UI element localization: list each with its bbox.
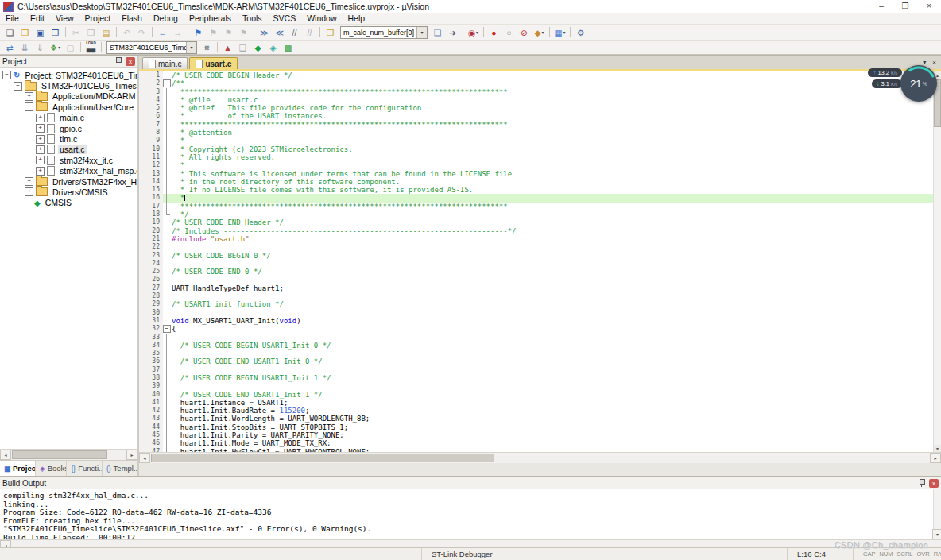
- code-line-20[interactable]: 20/* Includes --------------------------…: [139, 227, 933, 235]
- tree-item-main-c[interactable]: +main.c: [0, 113, 137, 123]
- code-line-30[interactable]: 30: [139, 309, 933, 317]
- panel-tab-functi[interactable]: {}Functi...: [67, 461, 103, 476]
- panel-tab-books[interactable]: ◈Books: [36, 461, 67, 476]
- editor-vertical-scrollbar[interactable]: ▴ ▾: [933, 71, 941, 452]
- code-line-36[interactable]: 36 /* USER CODE END USART1_Init 0 */: [139, 357, 933, 365]
- code-line-31[interactable]: 31void MX_USART1_UART_Init(void): [139, 317, 933, 325]
- build-button[interactable]: ⇊: [18, 41, 32, 53]
- code-line-39[interactable]: 39: [139, 382, 933, 390]
- code-line-16[interactable]: 16 *: [139, 194, 933, 202]
- tree-item-application-mdk-arm[interactable]: +Application/MDK-ARM: [0, 91, 137, 102]
- collapse-icon[interactable]: −: [14, 82, 22, 91]
- panel-tab-templ[interactable]: ()Templ...: [103, 461, 137, 476]
- code-line-41[interactable]: 41 huart1.Instance = USART1;: [139, 399, 933, 407]
- scrollbar-thumb[interactable]: [12, 450, 107, 459]
- browse-info-button[interactable]: ➔: [446, 26, 459, 38]
- code-lines[interactable]: 1/* USER CODE BEGIN Header */2/**3 *****…: [139, 71, 933, 452]
- insert-breakpoint-button[interactable]: ●: [487, 26, 501, 38]
- code-line-9[interactable]: 9 *: [139, 137, 933, 145]
- code-line-12[interactable]: 12 *: [139, 161, 933, 169]
- stop-build-button[interactable]: ▢: [64, 41, 77, 53]
- batch-build-button[interactable]: ❖▾: [48, 41, 62, 53]
- code-line-28[interactable]: 28: [139, 292, 933, 300]
- menu-svcs[interactable]: SVCS: [268, 14, 302, 23]
- navigate-back-button[interactable]: ←: [156, 26, 169, 38]
- combo-dropdown-icon[interactable]: ▾: [416, 27, 427, 38]
- scroll-down-icon[interactable]: ▾: [932, 529, 941, 539]
- expand-icon[interactable]: +: [36, 145, 45, 154]
- scrollbar-thumb[interactable]: [151, 454, 494, 462]
- kill-breakpoints-button[interactable]: ⊘: [517, 26, 531, 38]
- maximize-button[interactable]: ❐: [893, 0, 917, 13]
- tree-item-stm32f4xx-it-c[interactable]: +stm32f4xx_it.c: [0, 155, 137, 165]
- scroll-right-icon[interactable]: ▸: [126, 450, 137, 460]
- redo-button[interactable]: ↷: [135, 26, 149, 38]
- minimize-button[interactable]: –: [869, 0, 893, 13]
- code-line-37[interactable]: 37: [139, 366, 933, 374]
- code-line-23[interactable]: 23/* USER CODE BEGIN 0 */: [139, 252, 933, 260]
- dropdown-arrow-icon[interactable]: ▾: [542, 29, 544, 35]
- dropdown-arrow-icon[interactable]: ▾: [58, 44, 60, 50]
- download-button[interactable]: LOAD▄▄: [84, 41, 98, 53]
- expand-icon[interactable]: +: [36, 156, 45, 164]
- scroll-right-icon[interactable]: ▸: [930, 453, 941, 463]
- code-line-45[interactable]: 45 huart1.Init.Parity = UART_PARITY_NONE…: [139, 431, 933, 439]
- search-button[interactable]: ◉▾: [467, 26, 480, 38]
- code-line-26[interactable]: 26: [139, 276, 933, 284]
- code-line-10[interactable]: 10 * Copyright (c) 2023 STMicroelectroni…: [139, 145, 933, 153]
- dropdown-arrow-icon[interactable]: ▾: [563, 29, 565, 35]
- close-button[interactable]: ×: [917, 0, 941, 13]
- file-extensions-button[interactable]: ❑: [236, 41, 250, 53]
- tree-item-stm32f401ceu6-timeslice[interactable]: −STM32F401CEU6_Timeslice: [0, 80, 137, 91]
- tree-item-drivers-stm32f4xx-hal-driver[interactable]: +Drivers/STM32F4xx_HAL_Driver: [0, 176, 137, 187]
- navigate-forward-button[interactable]: →: [171, 26, 184, 38]
- code-line-24[interactable]: 24: [139, 260, 933, 268]
- menu-edit[interactable]: Edit: [25, 14, 50, 23]
- project-panel-close-icon[interactable]: x: [126, 57, 135, 66]
- translate-file-button[interactable]: ⇄: [3, 41, 17, 53]
- code-line-21[interactable]: 21#include "usart.h": [139, 235, 933, 243]
- prev-bookmark-button[interactable]: ⚑: [207, 26, 220, 38]
- breakpoint-options-button[interactable]: ◆▾: [532, 26, 546, 38]
- fold-collapse-icon[interactable]: [163, 79, 172, 87]
- menu-project[interactable]: Project: [79, 14, 117, 23]
- tree-item-usart-c[interactable]: +usart.c: [0, 145, 137, 155]
- progress-circle[interactable]: 21 %: [900, 65, 937, 102]
- menu-tools[interactable]: Tools: [237, 14, 268, 23]
- next-bookmark-button[interactable]: ⚑: [222, 26, 235, 38]
- open-file-button[interactable]: ❐: [18, 26, 32, 38]
- code-line-4[interactable]: 4 * @file usart.c: [139, 96, 933, 104]
- target-select-combo[interactable]: STM32F401CEU6_Timesli▾: [106, 41, 197, 54]
- select-software-packs-button[interactable]: ◈: [266, 41, 280, 53]
- expand-icon[interactable]: +: [36, 167, 45, 176]
- collapse-icon[interactable]: −: [25, 102, 33, 111]
- code-line-15[interactable]: 15 * If no LICENSE file comes with this …: [139, 186, 933, 194]
- watch-expression-combo[interactable]: m_calc_num_buffer[0]▾: [340, 26, 428, 39]
- collapse-icon[interactable]: −: [2, 71, 11, 79]
- code-line-19[interactable]: 19/* USER CODE END Header */: [139, 218, 933, 226]
- code-line-1[interactable]: 1/* USER CODE BEGIN Header */: [139, 71, 933, 79]
- doc-tab-usart-c[interactable]: usart.c: [189, 57, 238, 69]
- expand-icon[interactable]: +: [25, 92, 33, 101]
- expand-icon[interactable]: +: [25, 177, 33, 186]
- scroll-left-icon[interactable]: ◂: [0, 450, 11, 460]
- window-layout-button[interactable]: ▦▾: [553, 26, 567, 38]
- code-line-33[interactable]: 33: [139, 334, 933, 342]
- code-line-32[interactable]: 32{: [139, 325, 933, 333]
- outdent-button[interactable]: ≪: [273, 26, 286, 38]
- manage-rte-button[interactable]: ◆: [251, 41, 265, 53]
- options-for-target-button[interactable]: ✵: [200, 41, 214, 53]
- build-output-close-icon[interactable]: x: [929, 479, 939, 488]
- menu-flash[interactable]: Flash: [116, 14, 148, 23]
- save-all-button[interactable]: ❒: [48, 26, 62, 38]
- code-line-8[interactable]: 8 * @attention: [139, 129, 933, 137]
- find-in-files-button[interactable]: ❐: [323, 26, 337, 38]
- combo-dropdown-icon[interactable]: ▾: [186, 42, 196, 53]
- clear-bookmarks-button[interactable]: ⚑: [237, 26, 250, 38]
- tree-item-tim-c[interactable]: +tim.c: [0, 133, 137, 144]
- menu-file[interactable]: File: [0, 14, 25, 23]
- code-line-43[interactable]: 43 huart1.Init.WordLength = UART_WORDLEN…: [139, 415, 933, 423]
- code-line-44[interactable]: 44 huart1.Init.StopBits = UART_STOPBITS_…: [139, 423, 933, 431]
- code-line-11[interactable]: 11 * All rights reserved.: [139, 153, 933, 161]
- uncomment-button[interactable]: //: [303, 26, 316, 38]
